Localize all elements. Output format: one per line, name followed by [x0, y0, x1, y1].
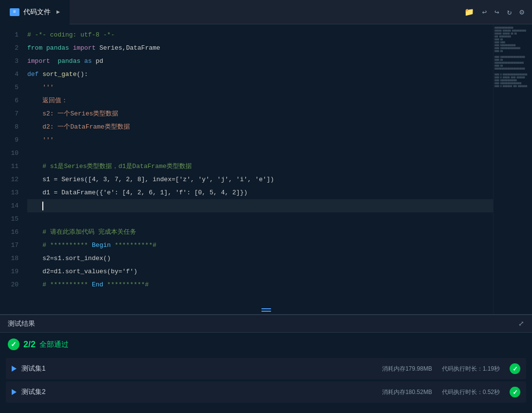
refresh-icon[interactable]: ↻ — [507, 7, 512, 17]
test-row-2: 测试集2 消耗内存180.52MB 代码执行时长：0.52秒 ✓ — [6, 381, 526, 403]
undo-icon[interactable]: ↩ — [482, 7, 487, 17]
pass-label: 全部通过 — [39, 340, 69, 349]
mini-map-content: ████████████████ ██████ ███████ ████████… — [494, 24, 532, 90]
top-bar-left: ≡ 代码文件 ▶ — [0, 0, 70, 24]
test-set-1-time: 代码执行时长：1.19秒 — [442, 365, 500, 373]
expand-test-2-icon[interactable] — [12, 389, 17, 395]
test-set-1-memory: 消耗内存179.98MB — [382, 365, 432, 373]
panel-header: 测试结果 ⤢ — [0, 315, 532, 333]
top-bar: ≡ 代码文件 ▶ 📁 ↩ ↪ ↻ ⚙ — [0, 0, 532, 24]
test-set-2-meta: 消耗内存180.52MB 代码执行时长：0.52秒 ✓ — [382, 387, 520, 397]
line-numbers: 1 2 3 4 5 6 7 8 9 10 11 12 13 14 15 16 1… — [0, 24, 23, 314]
panel-title: 测试结果 — [8, 319, 35, 328]
test-row-1-left: 测试集1 — [12, 364, 46, 373]
test-set-1-meta: 消耗内存179.98MB 代码执行时长：1.19秒 ✓ — [382, 363, 520, 374]
settings-icon[interactable]: ⚙ — [519, 7, 524, 17]
bottom-panel: 测试结果 ⤢ ✓ 2/2 全部通过 测试集1 消耗内存179.98MB 代码执行… — [0, 314, 532, 413]
pass-status: ✓ 2/2 全部通过 — [0, 333, 532, 356]
code-file-icon: ≡ — [10, 8, 19, 16]
editor-area: 1 2 3 4 5 6 7 8 9 10 11 12 13 14 15 16 1… — [0, 24, 532, 314]
expand-test-1-icon[interactable] — [12, 366, 17, 372]
redo-icon[interactable]: ↪ — [495, 7, 499, 17]
expand-icon[interactable]: ⤢ — [518, 319, 524, 328]
code-editor[interactable]: # -*- coding: utf-8 -*- from pandas impo… — [23, 24, 493, 314]
test-set-2-time: 代码执行时长：0.52秒 — [442, 388, 500, 396]
test-set-1-pass-icon: ✓ — [510, 363, 520, 374]
tab-label: 代码文件 — [23, 8, 51, 17]
test-row-1: 测试集1 消耗内存179.98MB 代码执行时长：1.19秒 ✓ — [6, 358, 526, 379]
pass-circle-icon: ✓ — [8, 338, 19, 350]
test-set-2-memory: 消耗内存180.52MB — [382, 388, 432, 396]
pass-count: 2/2 — [23, 339, 36, 350]
play-icon[interactable]: ▶ — [56, 8, 60, 16]
test-set-1-label: 测试集1 — [21, 364, 46, 373]
folder-icon[interactable]: 📁 — [464, 7, 474, 17]
mini-map: ████████████████ ██████ ███████ ████████… — [493, 24, 532, 314]
test-set-2-pass-icon: ✓ — [510, 387, 520, 397]
test-row-2-left: 测试集2 — [12, 388, 46, 396]
top-bar-right: 📁 ↩ ↪ ↻ ⚙ — [464, 7, 532, 17]
scroll-indicator[interactable] — [257, 305, 276, 314]
code-file-tab[interactable]: ≡ 代码文件 ▶ — [0, 0, 70, 24]
test-set-2-label: 测试集2 — [21, 388, 46, 396]
